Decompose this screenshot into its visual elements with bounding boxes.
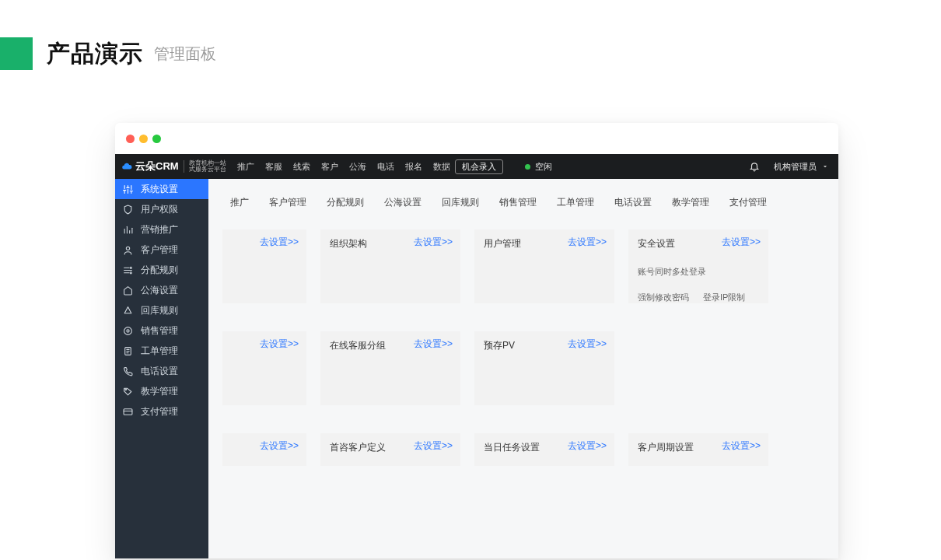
user-role-dropdown[interactable]: 机构管理员 xyxy=(774,161,829,173)
bell-icon[interactable] xyxy=(749,161,760,172)
sidebar-item-label: 客户管理 xyxy=(141,243,178,257)
card-go-settings-link[interactable]: 去设置>> xyxy=(260,338,299,351)
setting-card: 去设置>> xyxy=(222,433,306,466)
sidebar-item-5[interactable]: 公海设置 xyxy=(115,280,208,300)
content-tab-2[interactable]: 分配规则 xyxy=(319,193,372,212)
card-go-settings-link[interactable]: 去设置>> xyxy=(414,439,453,453)
setting-card: 客户周期设置去设置>> xyxy=(628,433,768,466)
logo-text: 云朵CRM xyxy=(135,159,179,173)
tag-icon xyxy=(123,387,133,397)
setting-card: 首咨客户定义去设置>> xyxy=(320,433,460,466)
sidebar-item-label: 电话设置 xyxy=(141,365,178,378)
topnav-item-3[interactable]: 客户 xyxy=(321,161,338,173)
card-subitems: 账号同时多处登录强制修改密码登录IP限制 xyxy=(638,266,759,303)
recycle-icon xyxy=(123,306,133,316)
setting-card: 在线客服分组去设置>> xyxy=(320,331,460,405)
setting-card: 安全设置去设置>>账号同时多处登录强制修改密码登录IP限制 xyxy=(628,229,768,303)
card-go-settings-link[interactable]: 去设置>> xyxy=(722,236,761,249)
logo-subtitle: 教育机构一站式服务云平台 xyxy=(184,160,226,173)
svg-point-15 xyxy=(130,271,131,273)
card-subitem: 登录IP限制 xyxy=(703,292,745,303)
svg-point-18 xyxy=(127,329,129,331)
setting-card: 组织架构去设置>> xyxy=(320,229,460,303)
setting-card: 预存PV去设置>> xyxy=(474,331,614,405)
headset-icon xyxy=(123,326,133,336)
content-tab-8[interactable]: 教学管理 xyxy=(664,193,717,212)
chevron-down-icon xyxy=(821,163,829,170)
shield-icon xyxy=(123,205,133,215)
sidebar-item-label: 回库规则 xyxy=(141,304,178,317)
sidebar-item-7[interactable]: 销售管理 xyxy=(115,320,208,341)
window-minimize-dot[interactable] xyxy=(139,135,148,143)
sliders-icon xyxy=(123,184,133,194)
card-subitem: 账号同时多处登录 xyxy=(638,266,706,278)
opportunity-entry-button[interactable]: 机会录入 xyxy=(455,159,503,174)
svg-marker-16 xyxy=(124,306,131,313)
content-tab-6[interactable]: 工单管理 xyxy=(549,193,602,212)
sidebar-item-0[interactable]: 系统设置 xyxy=(115,179,208,199)
sidebar-item-9[interactable]: 电话设置 xyxy=(115,361,208,381)
sidebar: 系统设置用户权限营销推广客户管理分配规则公海设置回库规则销售管理工单管理电话设置… xyxy=(115,179,208,558)
content-tabs: 推广客户管理分配规则公海设置回库规则销售管理工单管理电话设置教学管理支付管理 xyxy=(222,193,824,212)
sidebar-item-11[interactable]: 支付管理 xyxy=(115,401,208,422)
page-subtitle: 管理面板 xyxy=(154,44,216,65)
sidebar-item-8[interactable]: 工单管理 xyxy=(115,341,208,361)
window-maximize-dot[interactable] xyxy=(152,135,161,143)
sidebar-item-10[interactable]: 教学管理 xyxy=(115,381,208,401)
setting-card: 当日任务设置去设置>> xyxy=(474,433,614,466)
content-tab-9[interactable]: 支付管理 xyxy=(722,193,775,212)
sidebar-item-2[interactable]: 营销推广 xyxy=(115,219,208,240)
content-tab-0[interactable]: 推广 xyxy=(222,193,257,212)
sidebar-item-label: 教学管理 xyxy=(141,385,178,398)
app-window: 云朵CRM 教育机构一站式服务云平台 推广客服线索客户公海电话报名数据 机会录入… xyxy=(115,123,838,558)
svg-point-14 xyxy=(130,267,131,268)
topnav-item-6[interactable]: 报名 xyxy=(405,161,422,173)
sidebar-item-label: 分配规则 xyxy=(141,264,178,277)
setting-card: 用户管理去设置>> xyxy=(474,229,614,303)
page-title: 产品演示 xyxy=(47,38,143,70)
topnav-item-0[interactable]: 推广 xyxy=(237,161,254,173)
top-nav: 推广客服线索客户公海电话报名数据 xyxy=(237,161,450,173)
card-go-settings-link[interactable]: 去设置>> xyxy=(568,439,607,453)
card-go-settings-link[interactable]: 去设置>> xyxy=(568,236,607,249)
content-tab-7[interactable]: 电话设置 xyxy=(607,193,659,212)
logo-cloud-icon xyxy=(121,161,132,172)
card-go-settings-link[interactable]: 去设置>> xyxy=(722,439,761,453)
card-go-settings-link[interactable]: 去设置>> xyxy=(414,236,453,249)
cards-row-2: 去设置>>首咨客户定义去设置>>当日任务设置去设置>>客户周期设置去设置>> xyxy=(222,433,824,466)
topnav-item-5[interactable]: 电话 xyxy=(377,161,394,173)
flow-icon xyxy=(123,265,133,275)
topnav-item-1[interactable]: 客服 xyxy=(265,161,282,173)
content-tab-4[interactable]: 回库规则 xyxy=(434,193,487,212)
card-go-settings-link[interactable]: 去设置>> xyxy=(568,338,607,351)
content-tab-1[interactable]: 客户管理 xyxy=(261,193,314,212)
topnav-item-7[interactable]: 数据 xyxy=(433,161,450,173)
topbar: 云朵CRM 教育机构一站式服务云平台 推广客服线索客户公海电话报名数据 机会录入… xyxy=(115,154,838,179)
sidebar-item-label: 用户权限 xyxy=(141,203,178,216)
content-area: 推广客户管理分配规则公海设置回库规则销售管理工单管理电话设置教学管理支付管理 去… xyxy=(208,179,838,558)
window-close-dot[interactable] xyxy=(126,135,135,143)
sidebar-item-6[interactable]: 回库规则 xyxy=(115,300,208,320)
topnav-item-2[interactable]: 线索 xyxy=(293,161,310,173)
sidebar-item-label: 支付管理 xyxy=(141,405,178,418)
card-go-settings-link[interactable]: 去设置>> xyxy=(414,338,453,351)
status-label: 空闲 xyxy=(535,161,552,173)
card-go-settings-link[interactable]: 去设置>> xyxy=(260,236,299,249)
sidebar-item-3[interactable]: 客户管理 xyxy=(115,240,208,260)
content-tab-5[interactable]: 销售管理 xyxy=(491,193,544,212)
status-dot-icon xyxy=(525,164,530,170)
sidebar-item-4[interactable]: 分配规则 xyxy=(115,260,208,280)
card-icon xyxy=(123,407,133,417)
svg-point-17 xyxy=(124,327,132,334)
topnav-item-4[interactable]: 公海 xyxy=(349,161,366,173)
sidebar-item-label: 销售管理 xyxy=(141,324,178,338)
svg-point-23 xyxy=(125,388,127,390)
person-icon xyxy=(123,245,133,255)
card-go-settings-link[interactable]: 去设置>> xyxy=(260,439,299,453)
card-subitem: 强制修改密码 xyxy=(638,292,689,303)
sidebar-item-1[interactable]: 用户权限 xyxy=(115,199,208,219)
accent-block xyxy=(0,37,33,70)
content-tab-3[interactable]: 公海设置 xyxy=(376,193,429,212)
phone-icon xyxy=(123,366,133,376)
doc-icon xyxy=(123,346,133,356)
